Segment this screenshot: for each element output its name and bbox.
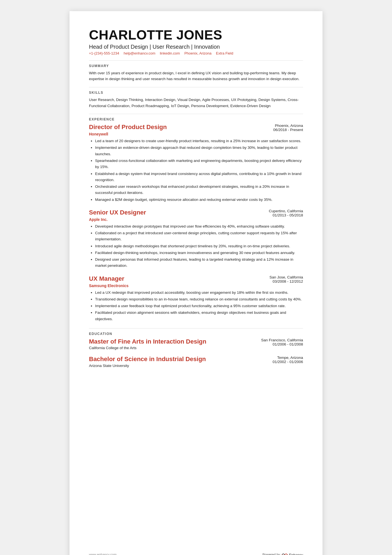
experience-label: EXPERIENCE [89, 117, 303, 121]
bullet-3-4: Facilitated product vision alignment ses… [95, 310, 303, 322]
contact-linkedin: linkedin.com [160, 51, 180, 55]
job-header-3: UX Manager San Jose, California 03/2008 … [89, 275, 303, 283]
bullet-1-2: Implemented an evidence-driven design ap… [95, 145, 303, 157]
enhancv-brand-name: Enhancv [289, 553, 303, 555]
job-title-1: Director of Product Design [89, 124, 167, 131]
job-header-2: Senior UX Designer Cupertino, California… [89, 209, 303, 217]
job-company-3: Samsung Electronics [89, 283, 303, 288]
bullet-3-1: Led a UX redesign that improved product … [95, 290, 303, 296]
job-entry-1: Director of Product Design Phoenix, Ariz… [89, 124, 303, 203]
enhancv-logo-icon [282, 552, 288, 555]
job-location-1: Phoenix, Arizona [273, 124, 303, 128]
contact-extra: Extra Field [216, 51, 233, 55]
bullet-2-3: Introduced agile design methodologies th… [95, 243, 303, 249]
job-company-1: Honeywell [89, 132, 303, 136]
edu-school-2: Arizona State University [89, 364, 206, 368]
edu-header-1: Master of Fine Arts in Interaction Desig… [89, 338, 303, 350]
edu-school-1: California College of the Arts [89, 346, 206, 350]
skills-text: User Research, Design Thinking, Interact… [89, 97, 303, 109]
resume-page: CHARLOTTE JONES Head of Product Design |… [70, 11, 322, 555]
summary-text: With over 15 years of experience in prod… [89, 70, 303, 82]
job-location-2: Cupertino, California [269, 209, 303, 213]
bullet-1-6: Managed a $2M design budget, optimizing … [95, 197, 303, 203]
edu-entry-2: Bachelor of Science in Industrial Design… [89, 356, 303, 367]
experience-divider [89, 328, 303, 329]
summary-label: SUMMARY [89, 64, 303, 68]
header: CHARLOTTE JONES Head of Product Design |… [89, 28, 303, 55]
edu-degree-1: Master of Fine Arts in Interaction Desig… [89, 338, 206, 350]
job-dates-1: 06/2018 - Present [273, 128, 303, 132]
job-location-3: San Jose, California [269, 275, 303, 279]
job-dates-2: 01/2013 - 05/2018 [269, 213, 303, 217]
edu-degree-2: Bachelor of Science in Industrial Design… [89, 356, 206, 367]
footer-website: www.enhancv.com [89, 553, 116, 555]
job-title-2: Senior UX Designer [89, 209, 146, 216]
skills-divider [89, 114, 303, 114]
powered-by-text: Powered by [262, 553, 280, 555]
edu-location-1: San Francisco, California [261, 338, 303, 342]
job-dates-3: 03/2008 - 12/2012 [269, 279, 303, 283]
job-meta-2: Cupertino, California 01/2013 - 05/2018 [269, 209, 303, 217]
edu-dates-1: 01/2006 - 01/2008 [261, 342, 303, 346]
page-footer: www.enhancv.com Powered by Enhancv [89, 552, 303, 555]
job-bullets-3: Led a UX redesign that improved product … [89, 290, 303, 322]
summary-divider [89, 87, 303, 87]
bullet-3-3: Implemented a user feedback loop that op… [95, 303, 303, 309]
enhancv-logo: Enhancv [282, 552, 303, 555]
education-label: EDUCATION [89, 332, 303, 336]
header-divider [89, 60, 303, 61]
edu-entry-1: Master of Fine Arts in Interaction Desig… [89, 338, 303, 350]
job-header-1: Director of Product Design Phoenix, Ariz… [89, 124, 303, 132]
contact-info: +1-(234)-555-1234 help@enhancv.com linke… [89, 51, 303, 55]
bullet-2-2: Collaborated on a project that introduce… [95, 230, 303, 243]
edu-location-2: Tempe, Arizona [272, 356, 303, 360]
bullet-2-5: Designed user personas that informed pro… [95, 256, 303, 269]
edu-meta-1: San Francisco, California 01/2006 - 01/2… [261, 338, 303, 346]
edu-dates-2: 01/2002 - 01/2006 [272, 360, 303, 364]
contact-location: Phoenix, Arizona [184, 51, 212, 55]
bullet-1-4: Established a design system that improve… [95, 171, 303, 183]
edu-meta-2: Tempe, Arizona 01/2002 - 01/2006 [272, 356, 303, 364]
job-title-3: UX Manager [89, 275, 124, 282]
bullet-2-4: Facilitated design-thinking workshops, i… [95, 250, 303, 256]
contact-email: help@enhancv.com [124, 51, 155, 55]
bullet-1-3: Spearheaded cross-functional collaborati… [95, 158, 303, 170]
footer-brand: Powered by Enhancv [262, 552, 303, 555]
bullet-1-1: Led a team of 20 designers to create use… [95, 138, 303, 144]
candidate-title: Head of Product Design | User Research |… [89, 44, 303, 50]
bullet-3-2: Transitioned design responsibilities to … [95, 296, 303, 302]
job-entry-3: UX Manager San Jose, California 03/2008 … [89, 275, 303, 322]
job-meta-3: San Jose, California 03/2008 - 12/2012 [269, 275, 303, 283]
bullet-2-1: Developed interactive design prototypes … [95, 223, 303, 230]
skills-section: SKILLS User Research, Design Thinking, I… [89, 91, 303, 109]
education-section: EDUCATION Master of Fine Arts in Interac… [89, 332, 303, 368]
job-entry-2: Senior UX Designer Cupertino, California… [89, 209, 303, 269]
job-company-2: Apple Inc. [89, 217, 303, 222]
experience-section: EXPERIENCE Director of Product Design Ph… [89, 117, 303, 322]
bullet-1-5: Orchestrated user research workshops tha… [95, 184, 303, 196]
job-meta-1: Phoenix, Arizona 06/2018 - Present [273, 124, 303, 132]
summary-section: SUMMARY With over 15 years of experience… [89, 64, 303, 82]
contact-phone: +1-(234)-555-1234 [89, 51, 119, 55]
skills-label: SKILLS [89, 91, 303, 95]
job-bullets-1: Led a team of 20 designers to create use… [89, 138, 303, 203]
edu-header-2: Bachelor of Science in Industrial Design… [89, 356, 303, 367]
candidate-name: CHARLOTTE JONES [89, 28, 303, 43]
job-bullets-2: Developed interactive design prototypes … [89, 223, 303, 269]
